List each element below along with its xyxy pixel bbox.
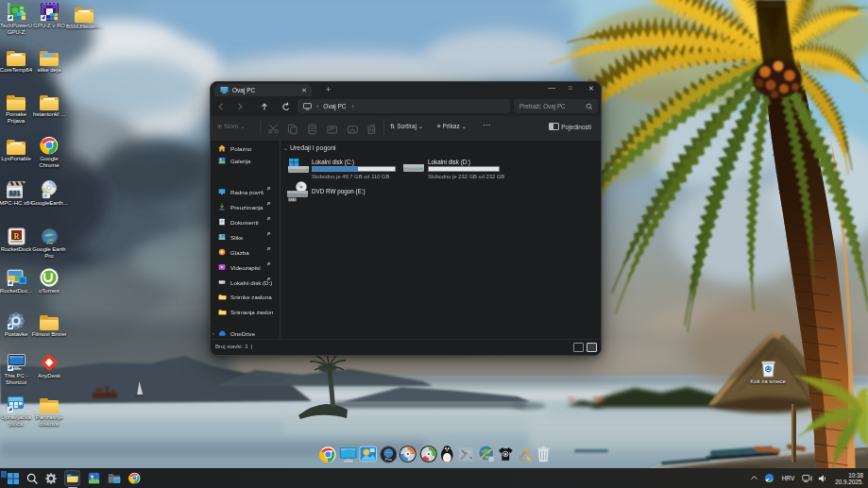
svg-text:Pro: Pro <box>46 241 53 245</box>
svg-text:Pro: Pro <box>385 457 392 462</box>
svg-text:R: R <box>13 232 19 241</box>
svg-text:DVD: DVD <box>289 198 296 202</box>
svg-text:321: 321 <box>9 189 21 197</box>
